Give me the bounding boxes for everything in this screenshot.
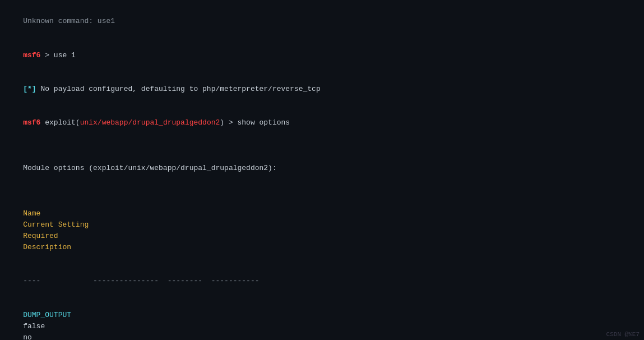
col-required-label: Required xyxy=(23,231,68,242)
exploit-prefix: exploit( xyxy=(40,118,80,127)
cmd-show-options: show options xyxy=(238,118,290,127)
watermark: CSDN @%E7 xyxy=(606,331,640,338)
no-payload-text: No payload configured, defaulting to php… xyxy=(36,85,321,93)
module-options-header: Module options (exploit/unix/webapp/drup… xyxy=(6,151,638,185)
unknown-cmd-text: Unknown command: use1 xyxy=(23,17,115,25)
module-options-text: Module options (exploit/unix/webapp/drup… xyxy=(23,164,276,172)
cmd-use1: use 1 xyxy=(54,51,76,59)
info-bracket: [*] xyxy=(23,85,36,93)
row-dump-output: DUMP_OUTPUT false no Dump payload comman… xyxy=(6,298,638,340)
prompt-msf6: msf6 xyxy=(23,51,40,59)
cell-dump-output-setting: false xyxy=(23,321,96,332)
blank-2 xyxy=(6,185,638,196)
blank-1 xyxy=(6,140,638,151)
col-desc-label: Description xyxy=(23,243,71,251)
line-show-options: msf6 exploit(unix/webapp/drupal_drupalge… xyxy=(6,106,638,140)
line-unknown-cmd: Unknown command: use1 xyxy=(6,4,638,38)
cell-dump-output-required: no xyxy=(23,332,68,340)
module-table-sep: ---- --------------- -------- ----------… xyxy=(6,264,638,298)
module-name-1: unix/webapp/drupal_drupalgeddon2 xyxy=(80,118,220,127)
line-use1: msf6 > use 1 xyxy=(6,38,638,72)
exploit-suffix: ) > xyxy=(220,118,237,127)
module-table-header: Name Current Setting Required Descriptio… xyxy=(6,196,638,264)
cell-dump-output-name: DUMP_OUTPUT xyxy=(23,310,90,321)
prompt-msf6-2: msf6 xyxy=(23,118,40,127)
line-no-payload: [*] No payload configured, defaulting to… xyxy=(6,72,638,106)
col-name-label: Name xyxy=(23,208,90,219)
prompt-arrow: > xyxy=(40,51,53,59)
col-setting-label: Current Setting xyxy=(23,219,96,231)
terminal: Unknown command: use1 msf6 > use 1 [*] N… xyxy=(0,0,644,340)
sep-line: ---- --------------- -------- ----------… xyxy=(23,277,259,285)
